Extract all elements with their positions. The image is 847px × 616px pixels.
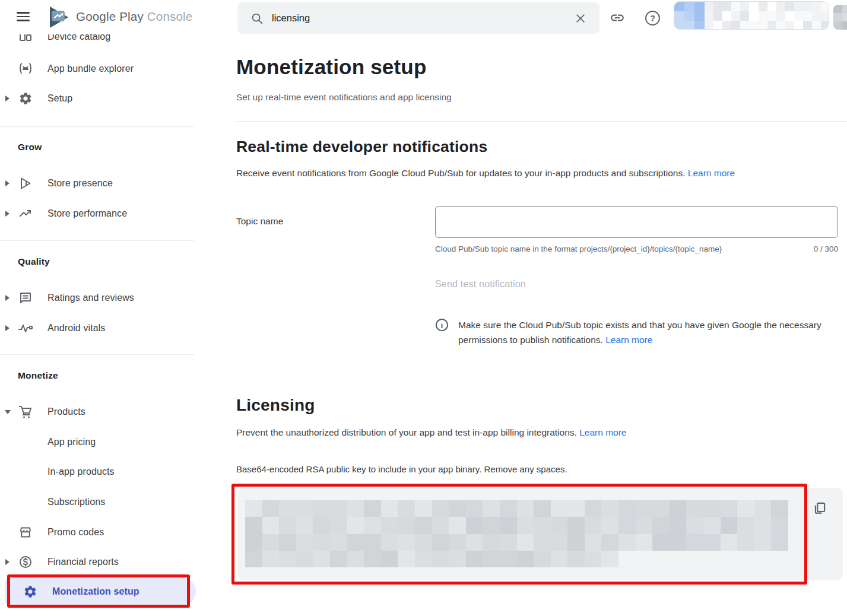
divider: [0, 240, 194, 241]
divider: [0, 354, 194, 355]
promo-codes-icon: [18, 525, 33, 540]
license-key-box[interactable]: [237, 488, 843, 580]
topic-helper-text: Cloud Pub/Sub topic name in the format p…: [435, 245, 722, 253]
store-presence-icon: [18, 176, 33, 191]
licensing-learn-more-link[interactable]: Learn more: [579, 427, 626, 437]
redacted-license-key: [245, 500, 788, 551]
sidebar-item-ratings-and-reviews[interactable]: Ratings and reviews: [0, 287, 194, 309]
sidebar-item-setup[interactable]: Setup: [0, 88, 194, 109]
sidebar-header: Google Play Console: [0, 0, 194, 34]
chevron-right-icon: [5, 180, 11, 186]
chevron-down-icon: [5, 409, 11, 415]
sidebar-item-products[interactable]: Products: [0, 401, 194, 423]
rtdn-heading: Real-time developer notifications: [236, 138, 487, 156]
topic-name-label: Topic name: [236, 216, 283, 227]
monetization-setup-gear-icon: [23, 584, 38, 599]
divider: [0, 126, 194, 127]
redacted-edge-item: [833, 5, 847, 30]
financial-reports-icon: [18, 554, 33, 570]
chevron-right-icon: [5, 211, 11, 217]
section-header-monetize: Monetize: [18, 370, 58, 381]
chevron-right-icon: [5, 295, 11, 301]
chevron-right-icon: [5, 325, 11, 331]
licensing-description: Prevent the unauthorized distribution of…: [236, 427, 626, 438]
section-header-quality: Quality: [18, 256, 50, 267]
section-header-grow: Grow: [18, 142, 42, 153]
redacted-avatar: [674, 2, 705, 29]
svg-text:?: ?: [650, 14, 655, 23]
redacted-account-info: [705, 2, 829, 29]
app-title: Google Play Console: [76, 9, 192, 24]
link-icon[interactable]: [609, 9, 626, 26]
redacted-license-key: [245, 551, 618, 567]
info-note: Make sure the Cloud Pub/Sub topic exists…: [435, 317, 839, 347]
sidebar-item-monetization-setup[interactable]: Monetization setup: [5, 577, 196, 607]
close-icon[interactable]: [575, 12, 586, 24]
sidebar-item-store-presence[interactable]: Store presence: [0, 173, 194, 194]
help-icon[interactable]: ?: [644, 9, 661, 26]
info-icon: [435, 318, 449, 347]
google-play-logo-icon[interactable]: [47, 5, 71, 29]
store-performance-icon: [18, 206, 33, 221]
licensing-heading: Licensing: [236, 396, 315, 415]
sidebar-item-store-performance[interactable]: Store performance: [0, 203, 194, 224]
sidebar-item-app-pricing[interactable]: App pricing: [0, 431, 194, 453]
app-bundle-explorer-icon: [18, 61, 33, 77]
sidebar: Device catalog Google Play Console: [0, 0, 194, 616]
send-test-notification-button[interactable]: Send test notification: [435, 279, 526, 290]
info-learn-more-link[interactable]: Learn more: [605, 335, 652, 345]
products-cart-icon: [18, 404, 33, 420]
sidebar-item-promo-codes[interactable]: Promo codes: [0, 522, 194, 543]
sidebar-item-app-bundle-explorer[interactable]: App bundle explorer: [0, 58, 194, 80]
sidebar-item-android-vitals[interactable]: Android vitals: [0, 317, 194, 339]
setup-gear-icon: [18, 91, 33, 106]
android-vitals-icon: [18, 320, 33, 336]
search-icon: [250, 12, 264, 25]
divider: [236, 121, 847, 122]
menu-icon[interactable]: [17, 12, 30, 21]
topic-name-input[interactable]: [435, 206, 838, 238]
copy-icon[interactable]: [810, 498, 830, 518]
rtdn-learn-more-link[interactable]: Learn more: [688, 168, 735, 178]
char-counter: 0 / 300: [814, 245, 838, 253]
license-key-caption: Base64-encoded RSA public key to include…: [236, 464, 567, 474]
sidebar-item-subscriptions[interactable]: Subscriptions: [0, 491, 194, 513]
chevron-right-icon: [5, 96, 11, 101]
rtdn-description: Receive event notifications from Google …: [236, 168, 735, 179]
sidebar-item-in-app-products[interactable]: In-app products: [0, 461, 194, 482]
page-title: Monetization setup: [236, 55, 427, 79]
chevron-right-icon: [5, 559, 11, 565]
search-input[interactable]: [272, 12, 575, 24]
page-subtitle: Set up real-time event notifications and…: [236, 92, 452, 103]
ratings-reviews-icon: [18, 290, 33, 306]
account-chip[interactable]: [674, 1, 829, 30]
search-bar[interactable]: [237, 2, 599, 34]
sidebar-item-financial-reports[interactable]: Financial reports: [0, 551, 194, 573]
